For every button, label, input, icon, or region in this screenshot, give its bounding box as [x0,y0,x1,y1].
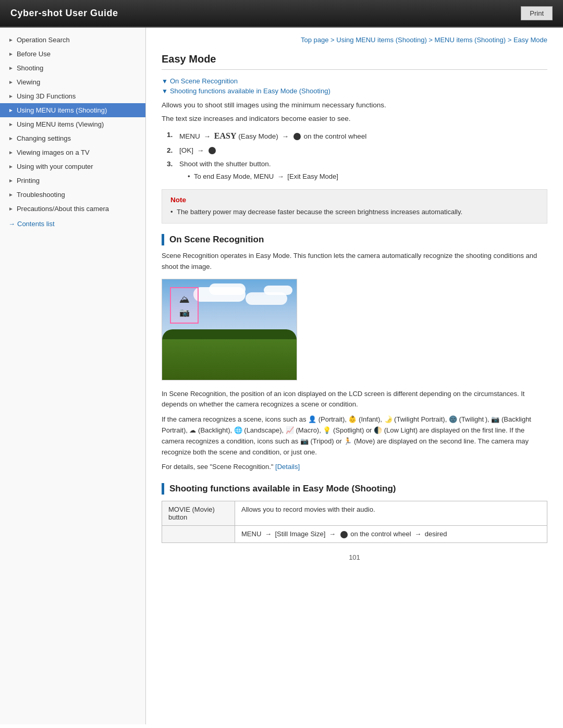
cloud-2 [209,283,246,295]
step-number: 1. [167,130,176,140]
step-1: 1. MENU → EASY (Easy Mode) → on the cont… [167,130,547,142]
details-link[interactable]: [Details] [275,463,300,471]
step-number: 2. [167,145,176,156]
section-bar-2 [162,483,164,495]
triangle-icon: ▼ [162,78,168,85]
arrow-icon: ► [8,164,14,169]
breadcrumb: Top page > Using MENU items (Shooting) >… [162,36,547,44]
note-content: • The battery power may decrease faster … [170,207,538,217]
contents-list-link[interactable]: → Contents list [0,216,145,230]
sidebar-item-menu-shooting[interactable]: ► Using MENU items (Shooting) [0,103,145,117]
sidebar-item-precautions[interactable]: ► Precautions/About this camera [0,202,145,216]
step-number: 3. [167,159,176,169]
sidebar-item-computer[interactable]: ► Using with your computer [0,159,145,174]
scene-overlay: ⛰ 📷 [170,287,199,324]
arrow-icon: ► [8,37,14,43]
contents-arrow-icon: → [8,220,15,228]
sidebar-item-3d-functions[interactable]: ► Using 3D Functions [0,89,145,103]
shooting-functions-header: Shooting functions available in Easy Mod… [162,483,547,495]
step-content: Shoot with the shutter button. • To end … [179,159,547,182]
table-cell-label [162,526,235,543]
arrow-icon: ► [8,107,14,113]
arrow-icon: ► [8,121,14,127]
scene-recognition-desc2: In Scene Recognition, the position of an… [162,389,547,411]
breadcrumb-menu-shooting[interactable]: Using MENU items (Shooting) [336,36,426,44]
step-3-text: Shoot with the shutter button. [179,160,271,168]
sidebar-item-shooting[interactable]: ► Shooting [0,61,145,75]
sidebar-item-troubleshooting[interactable]: ► Troubleshooting [0,188,145,202]
sidebar: ► Operation Search ► Before Use ► Shooti… [0,28,146,724]
page-title: Easy Mode [162,53,547,70]
step-3-sub: • To end Easy Mode, MENU → [Exit Easy Mo… [188,171,547,182]
step-content: [OK] → [179,145,547,156]
steps-list: 1. MENU → EASY (Easy Mode) → on the cont… [167,130,547,182]
step-3: 3. Shoot with the shutter button. • To e… [167,159,547,182]
triangle-icon: ▼ [162,88,168,95]
sidebar-item-changing-settings[interactable]: ► Changing settings [0,131,145,145]
app-title: Cyber-shot User Guide [10,8,118,19]
sidebar-item-menu-viewing[interactable]: ► Using MENU items (Viewing) [0,117,145,131]
table-cell-value: MENU → [Still Image Size] → on the contr… [235,526,547,543]
scene-recognition-desc3: If the camera recognizes a scene, icons … [162,414,547,458]
table-row: MOVIE (Movie) button Allows you to recor… [162,501,547,526]
functions-table: MOVIE (Movie) button Allows you to recor… [162,501,547,543]
arrow-icon: ► [8,51,14,57]
section-bar [162,234,164,245]
intro-text-1: Allows you to shoot still images using t… [162,100,547,110]
breadcrumb-menu-items[interactable]: MENU items (Shooting) [435,36,506,44]
section-link-shooting-functions[interactable]: ▼ Shooting functions available in Easy M… [162,87,547,95]
bullet-icon: • [188,172,190,180]
print-button[interactable]: Print [521,6,553,20]
step-content: MENU → EASY (Easy Mode) → on the control… [179,130,547,142]
cloud-4 [264,286,292,295]
arrow-icon: ► [8,65,14,71]
sidebar-item-operation-search[interactable]: ► Operation Search [0,33,145,47]
main-content: Top page > Using MENU items (Shooting) >… [146,28,563,724]
scene-recognition-header: On Scene Recognition [162,234,547,245]
intro-text-2: The text size increases and indicators b… [162,114,547,124]
scene-recognition-image: ⛰ 📷 [162,279,297,380]
sidebar-item-viewing[interactable]: ► Viewing [0,75,145,89]
mountain-icon: ⛰ [179,293,190,305]
header: Cyber-shot User Guide Print [0,0,563,28]
arrow-icon: ► [8,206,14,212]
scene-recognition-title: On Scene Recognition [169,235,264,245]
scene-recognition-details: For details, see "Scene Recognition." [D… [162,462,547,473]
arrow-icon: ► [8,135,14,141]
arrow-icon: ► [8,178,14,183]
page-number: 101 [162,553,547,566]
arrow-icon: ► [8,150,14,155]
table-cell-label: MOVIE (Movie) button [162,501,235,526]
breadcrumb-easy-mode[interactable]: Easy Mode [513,36,547,44]
shooting-functions-title: Shooting functions available in Easy Mod… [169,484,396,494]
page-layout: ► Operation Search ► Before Use ► Shooti… [0,28,563,724]
camera-icon: 📷 [179,307,190,317]
sidebar-item-before-use[interactable]: ► Before Use [0,47,145,61]
table-row: MENU → [Still Image Size] → on the contr… [162,526,547,543]
note-box: Note • The battery power may decrease fa… [162,189,547,224]
arrow-icon: ► [8,79,14,85]
scene-recognition-desc1: Scene Recognition operates in Easy Mode.… [162,251,547,273]
arrow-icon: ► [8,192,14,198]
sidebar-item-printing[interactable]: ► Printing [0,174,145,188]
breadcrumb-top[interactable]: Top page [301,36,329,44]
section-link-scene-recognition[interactable]: ▼ On Scene Recognition [162,77,547,85]
field-layer [162,339,297,379]
table-cell-value: Allows you to record movies with their a… [235,501,547,526]
sidebar-item-viewing-tv[interactable]: ► Viewing images on a TV [0,145,145,159]
arrow-icon: ► [8,93,14,99]
note-label: Note [170,196,538,204]
step-2: 2. [OK] → [167,145,547,156]
